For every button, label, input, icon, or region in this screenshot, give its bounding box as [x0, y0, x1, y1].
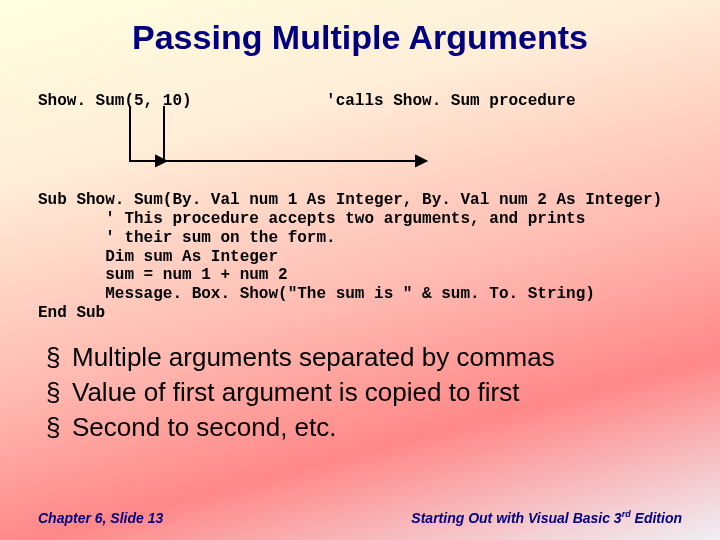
- footer-right: Starting Out with Visual Basic 3rd Editi…: [411, 509, 682, 526]
- footer-right-sup: rd: [622, 509, 631, 519]
- slide-title: Passing Multiple Arguments: [0, 18, 720, 57]
- code-line-6: Message. Box. Show("The sum is " & sum. …: [38, 285, 595, 303]
- slide: Passing Multiple Arguments Show. Sum(5, …: [0, 0, 720, 540]
- code-block: Sub Show. Sum(By. Val num 1 As Integer, …: [38, 172, 662, 323]
- code-line-1: Sub Show. Sum(By. Val num 1 As Integer, …: [38, 191, 662, 209]
- bullet-item-3: Second to second, etc.: [46, 410, 555, 445]
- code-line-5: sum = num 1 + num 2: [38, 266, 288, 284]
- svg-marker-1: [416, 156, 426, 166]
- code-line-4: Dim sum As Integer: [38, 248, 278, 266]
- bullet-item-1: Multiple arguments separated by commas: [46, 340, 555, 375]
- arrow-second-arg: [158, 106, 438, 176]
- code-line-3: ' their sum on the form.: [38, 229, 336, 247]
- bullet-item-2: Value of first argument is copied to fir…: [46, 375, 555, 410]
- code-line-2: ' This procedure accepts two arguments, …: [38, 210, 585, 228]
- bullet-list: Multiple arguments separated by commas V…: [46, 340, 555, 445]
- footer-right-post: Edition: [631, 510, 682, 526]
- footer-left: Chapter 6, Slide 13: [38, 510, 163, 526]
- footer-right-pre: Starting Out with Visual Basic 3: [411, 510, 621, 526]
- code-line-7: End Sub: [38, 304, 105, 322]
